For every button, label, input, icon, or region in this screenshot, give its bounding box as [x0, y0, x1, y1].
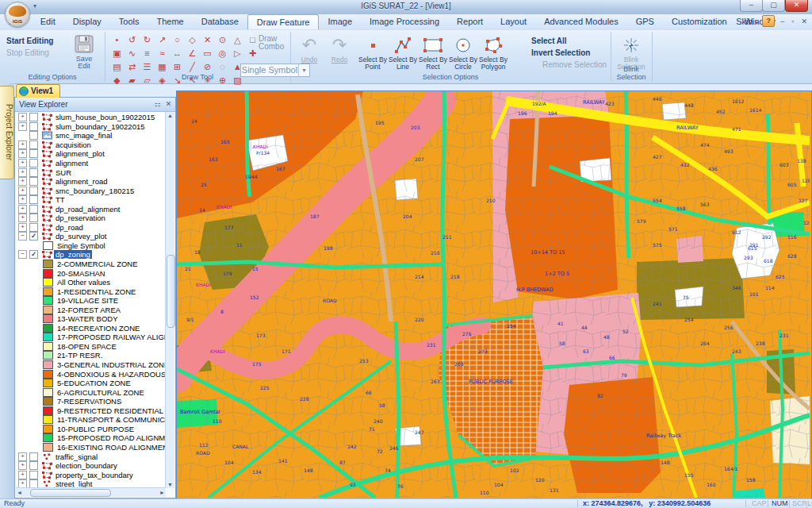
layer-checkbox[interactable] — [29, 168, 38, 177]
draw-tool-icon[interactable]: ↗ — [155, 33, 170, 47]
menu-tab-report[interactable]: Report — [448, 14, 492, 29]
save-edit-button[interactable]: Save Edit — [68, 35, 100, 70]
draw-tool-icon[interactable]: ∿ — [124, 47, 140, 60]
layer-label[interactable]: election_boundary — [54, 461, 119, 470]
draw-tool-icon[interactable]: ▷ — [230, 47, 245, 60]
help-button[interactable]: ? — [762, 15, 775, 27]
expand-toggle[interactable]: + — [18, 205, 27, 214]
legend-row[interactable]: 21-TP RESR. — [16, 351, 166, 360]
layer-row[interactable]: −✓dp_survey_plot — [16, 232, 166, 241]
legend-row[interactable]: 9-RESTRICTED RESIDENTIAL ZONE — [16, 406, 166, 416]
expand-toggle[interactable]: + — [18, 168, 27, 177]
expand-toggle[interactable]: + — [18, 195, 27, 204]
legend-row[interactable]: 3-GENERAL INDUSTRIAL ZONE — [16, 360, 166, 370]
layer-label[interactable]: alignment — [54, 159, 90, 167]
menu-tab-edit[interactable]: Edit — [32, 14, 64, 29]
scroll-right-icon[interactable]: ► — [159, 489, 165, 496]
draw-tool-icon[interactable]: ▦ — [155, 60, 170, 74]
legend-row[interactable]: 18-OPEN SPACE — [16, 342, 166, 352]
draw-tool-icon[interactable]: ≡ — [140, 47, 155, 60]
scroll-thumb[interactable] — [167, 255, 175, 328]
menu-tab-draw-feature[interactable]: Draw Feature — [247, 14, 320, 29]
expand-toggle[interactable]: + — [18, 461, 27, 470]
draw-tool-icon[interactable]: ◎ — [215, 47, 230, 60]
scroll-up-icon[interactable]: ▲ — [167, 112, 173, 119]
legend-row[interactable]: 19-VILLAGE SITE — [16, 296, 166, 306]
resize-grip[interactable]: ⋰ — [806, 501, 811, 508]
legend-row[interactable]: 11-TRANSPORT & COMMUNICATION — [16, 415, 166, 425]
layer-checkbox[interactable] — [29, 452, 38, 461]
horizontal-scrollbar[interactable]: ◄ ► — [16, 487, 166, 497]
tab-view1[interactable]: View1 — [16, 84, 60, 98]
draw-tool-icon[interactable]: ☰ — [140, 60, 155, 74]
legend-row[interactable]: 7-RESERVATIONS — [16, 397, 166, 406]
legend-row[interactable]: 16-EXISTING ROAD ALIGNMENT — [16, 443, 166, 452]
draw-tool-icon[interactable]: ↺ — [124, 33, 140, 47]
layer-checkbox[interactable] — [29, 177, 38, 186]
layer-checkbox[interactable] — [29, 195, 38, 204]
mdi-close-icon[interactable]: ✕ — [799, 17, 809, 25]
layer-label[interactable]: dp_road — [54, 223, 85, 232]
select-by-circle-button[interactable]: Select By Circle — [447, 34, 479, 71]
layer-label[interactable]: slum_house_boun_19022015 — [54, 113, 156, 121]
layer-checkbox[interactable] — [29, 214, 38, 222]
layer-checkbox[interactable] — [29, 223, 38, 232]
legend-row[interactable]: 14-RECREATION ZONE — [16, 324, 166, 333]
layer-row[interactable]: +dp_road — [16, 223, 166, 233]
draw-tool-icon[interactable]: ≈ — [155, 47, 170, 60]
layer-label[interactable]: dp_zoning — [54, 250, 92, 259]
legend-row[interactable]: 4-OBNOXIOUS & HAZARDOUS INDUS — [16, 369, 166, 379]
menu-tab-gps[interactable]: GPS — [627, 14, 663, 29]
layer-row[interactable]: +alignment_road — [16, 177, 166, 187]
layer-label[interactable]: slum_boundary_19022015 — [54, 122, 147, 131]
expand-toggle[interactable]: + — [18, 122, 27, 131]
layer-row[interactable]: smc_image_final — [16, 131, 166, 140]
layer-checkbox[interactable] — [29, 122, 38, 131]
scroll-left-icon[interactable]: ◄ — [17, 489, 22, 496]
menu-tab-image-processing[interactable]: Image Processing — [361, 14, 448, 29]
menu-tab-theme[interactable]: Theme — [147, 14, 192, 29]
layer-checkbox[interactable] — [29, 131, 38, 140]
layer-checkbox[interactable] — [29, 205, 38, 214]
draw-tool-icon[interactable]: ⊞ — [170, 60, 185, 74]
layer-row[interactable]: +TT — [16, 195, 166, 205]
select-by-line-button[interactable]: Select By Line — [387, 34, 419, 71]
select-by-polygon-button[interactable]: Select By Polygon — [477, 34, 509, 71]
app-logo-icon[interactable]: IGiS — [5, 2, 30, 27]
scroll-down-icon[interactable]: ▼ — [167, 481, 173, 488]
select-by-rect-button[interactable]: Select By Rect — [417, 34, 449, 71]
maximize-button[interactable]: ▢ — [762, 0, 785, 12]
expand-toggle[interactable]: + — [18, 223, 27, 232]
draw-tool-icon[interactable]: ▭ — [200, 47, 215, 60]
expand-toggle[interactable]: − — [18, 250, 27, 259]
legend-row[interactable]: 17-PROPOSED RAILWAY ALIGNMENT — [16, 333, 166, 342]
layer-row[interactable]: +acquisition — [16, 140, 166, 150]
menu-tab-image[interactable]: Image — [319, 14, 361, 29]
draw-tool-icon[interactable]: ◇ — [185, 33, 200, 47]
menu-tab-advanced-modules[interactable]: Advanced Modules — [535, 14, 627, 29]
menu-tab-customization[interactable]: Customization — [663, 14, 736, 29]
draw-tool-icon[interactable]: ↻ — [140, 33, 155, 47]
layer-checkbox[interactable] — [29, 471, 38, 479]
layer-row[interactable]: +SUR — [16, 167, 166, 177]
undo-button[interactable]: ↶ Undo — [293, 34, 325, 64]
draw-tool-icon[interactable]: ∠ — [185, 47, 200, 60]
skin-dropdown[interactable]: Skin ▾ — [736, 17, 758, 26]
layer-label[interactable]: alignment_plot — [54, 149, 106, 158]
layer-checkbox[interactable] — [29, 187, 38, 195]
layer-label[interactable]: property_tax_boundary — [54, 471, 135, 479]
quick-access-arrow-icon[interactable]: ▾ — [33, 2, 36, 10]
legend-row[interactable]: 1-RESIDENTIAL ZONE — [16, 287, 166, 296]
layer-label[interactable]: dp_survey_plot — [54, 232, 108, 241]
layer-row[interactable]: +dp_reservation — [16, 214, 166, 223]
invert-selection-button[interactable]: Invert Selection — [531, 48, 590, 57]
start-editing-button[interactable]: Start Editing — [6, 37, 53, 45]
layer-row[interactable]: +slum_house_boun_19022015 — [16, 113, 166, 122]
draw-tool-icon[interactable]: ◌ — [215, 60, 230, 74]
layer-row[interactable]: −✓dp_zoning — [16, 250, 166, 260]
draw-tool-icon[interactable]: ↔ — [170, 47, 185, 60]
close-button[interactable]: ✕ — [785, 0, 808, 12]
layer-checkbox[interactable] — [29, 113, 38, 121]
draw-tool-icon[interactable]: ✕ — [200, 33, 215, 47]
vertical-scrollbar[interactable]: ▲ ▼ — [165, 112, 174, 488]
